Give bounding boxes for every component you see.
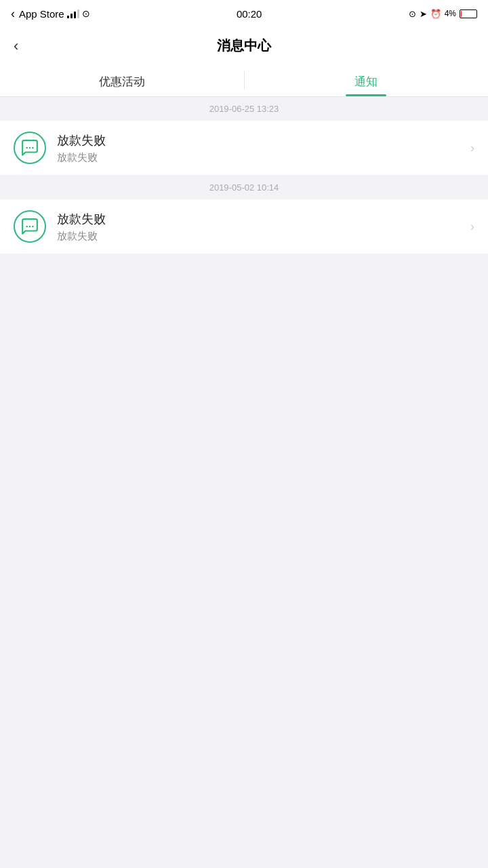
notif-icon-wrapper-1 — [14, 132, 46, 164]
svg-point-4 — [29, 226, 31, 228]
notif-content-1: 放款失败 放款失败 — [57, 132, 464, 164]
notif-subtitle-1: 放款失败 — [57, 151, 464, 164]
notification-item-2[interactable]: 放款失败 放款失败 › — [0, 199, 488, 254]
wifi-icon: ⊙ — [82, 8, 90, 19]
status-right: ⊙ ➤ ⏰ 4% — [409, 9, 477, 19]
notif-arrow-2: › — [470, 220, 474, 234]
notif-icon-wrapper-2 — [14, 210, 46, 243]
message-icon-2 — [21, 218, 39, 235]
notification-item-1[interactable]: 放款失败 放款失败 › — [0, 121, 488, 176]
carrier-label: App Store — [19, 8, 64, 20]
svg-point-1 — [29, 147, 31, 149]
notif-subtitle-2: 放款失败 — [57, 230, 464, 243]
notif-title-2: 放款失败 — [57, 211, 464, 227]
status-time: 00:20 — [237, 8, 262, 20]
location-icon: ➤ — [420, 9, 427, 19]
notif-content-2: 放款失败 放款失败 — [57, 211, 464, 243]
svg-point-5 — [32, 226, 34, 228]
status-bar: ‹ App Store ⊙ 00:20 ⊙ ➤ ⏰ 4% — [0, 0, 488, 27]
status-back-arrow: ‹ — [11, 7, 15, 21]
svg-point-3 — [26, 226, 28, 228]
status-left: ‹ App Store ⊙ — [11, 7, 90, 21]
tab-promotions[interactable]: 优惠活动 — [0, 64, 244, 96]
date-separator-1: 2019-06-25 13:23 — [0, 97, 488, 121]
page-title: 消息中心 — [217, 37, 271, 55]
battery-indicator — [460, 9, 477, 18]
svg-point-2 — [32, 147, 34, 149]
battery-percent: 4% — [445, 9, 456, 18]
message-icon-1 — [21, 139, 39, 157]
signal-bars — [67, 9, 79, 18]
tab-notifications[interactable]: 通知 — [245, 64, 489, 96]
lock-icon: ⊙ — [409, 9, 416, 19]
date-separator-2: 2019-05-02 10:14 — [0, 176, 488, 199]
notif-title-1: 放款失败 — [57, 132, 464, 149]
battery-fill — [461, 11, 462, 17]
notif-arrow-1: › — [470, 141, 474, 155]
back-button[interactable]: ‹ — [14, 37, 18, 55]
battery-box — [460, 9, 477, 18]
svg-point-0 — [26, 147, 28, 149]
alarm-icon: ⏰ — [430, 9, 441, 19]
background-area — [0, 254, 488, 661]
page-header: ‹ 消息中心 — [0, 27, 488, 64]
tab-bar: 优惠活动 通知 — [0, 64, 488, 97]
